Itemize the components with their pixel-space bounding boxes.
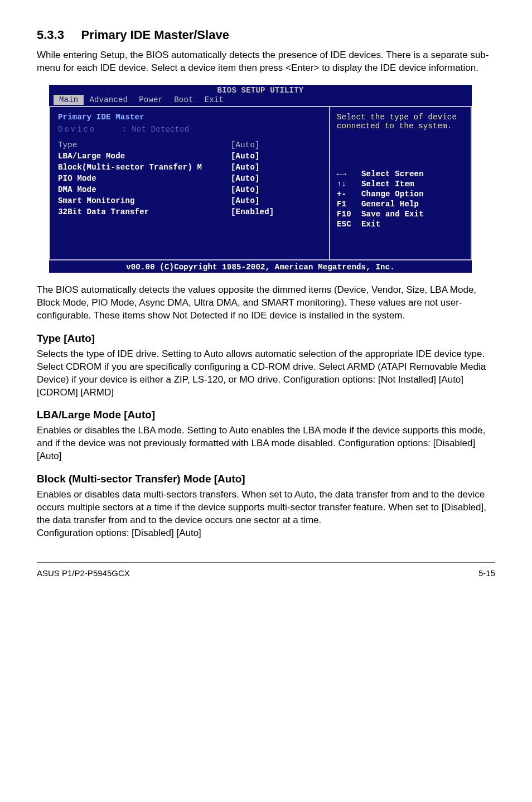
- subhead-block: Block (Multi-sector Transfer) Mode [Auto…: [37, 473, 495, 485]
- bios-screenshot: BIOS SETUP UTILITY Main Advanced Power B…: [49, 85, 472, 273]
- section-heading: 5.3.3 Primary IDE Master/Slave: [37, 28, 495, 42]
- device-line: Device : Not Detected: [58, 125, 321, 134]
- footer-right: 5-15: [478, 568, 495, 578]
- device-value: : Not Detected: [122, 125, 189, 134]
- intro-paragraph: While entering Setup, the BIOS automatic…: [37, 49, 495, 75]
- hint-text: Select Screen: [361, 170, 424, 178]
- row-value: [Auto]: [231, 141, 260, 149]
- body-block: Enables or disables data multi-sectors t…: [37, 489, 495, 540]
- bios-tabs: Main Advanced Power Boot Exit: [49, 95, 472, 106]
- hint-key: ↑↓: [337, 180, 361, 189]
- device-label: Device: [58, 125, 122, 134]
- row-smart[interactable]: Smart Monitoring [Auto]: [58, 196, 321, 205]
- hint-text: Select Item: [361, 180, 414, 189]
- row-block[interactable]: Block(Multi-sector Transfer) M [Auto]: [58, 163, 321, 172]
- row-key: 32Bit Data Transfer: [58, 207, 231, 216]
- row-key: Block(Multi-sector Transfer) M: [58, 163, 231, 172]
- tab-boot[interactable]: Boot: [168, 95, 199, 105]
- section-title: Primary IDE Master/Slave: [81, 28, 229, 42]
- body-type: Selects the type of IDE drive. Setting t…: [37, 348, 495, 399]
- row-32bit[interactable]: 32Bit Data Transfer [Enabled]: [58, 207, 321, 216]
- row-key: LBA/Large Mode: [58, 152, 231, 161]
- bios-panel-heading: Primary IDE Master: [58, 113, 321, 122]
- tab-advanced[interactable]: Advanced: [84, 95, 133, 105]
- bios-copyright: v00.00 (C)Copyright 1985-2002, American …: [49, 260, 472, 273]
- row-dma[interactable]: DMA Mode [Auto]: [58, 185, 321, 194]
- help-text: Select the type of device connected to t…: [337, 113, 464, 131]
- hint-key: F1: [337, 200, 361, 209]
- row-key: PIO Mode: [58, 174, 231, 183]
- tab-power[interactable]: Power: [133, 95, 168, 105]
- row-value: [Auto]: [231, 196, 260, 205]
- bios-left-panel: Primary IDE Master Device : Not Detected…: [50, 107, 330, 259]
- hint-key: +-: [337, 190, 361, 199]
- bios-title: BIOS SETUP UTILITY: [49, 85, 472, 95]
- row-type[interactable]: Type [Auto]: [58, 141, 321, 149]
- row-value: [Auto]: [231, 163, 260, 172]
- row-lba[interactable]: LBA/Large Mode [Auto]: [58, 152, 321, 161]
- hint-text: Exit: [361, 220, 380, 229]
- after-bios-paragraph: The BIOS automatically detects the value…: [37, 284, 495, 322]
- tab-exit[interactable]: Exit: [199, 95, 229, 105]
- row-key: DMA Mode: [58, 185, 231, 194]
- row-value: [Auto]: [231, 185, 260, 194]
- body-lba: Enables or disables the LBA mode. Settin…: [37, 424, 495, 463]
- subhead-lba: LBA/Large Mode [Auto]: [37, 409, 495, 421]
- row-key: Type: [58, 141, 231, 149]
- section-number: 5.3.3: [37, 28, 64, 42]
- row-key: Smart Monitoring: [58, 196, 231, 205]
- hint-key: F10: [337, 210, 361, 219]
- key-hints: ←→Select Screen ↑↓Select Item +-Change O…: [337, 170, 464, 229]
- hint-key: ESC: [337, 220, 361, 229]
- tab-main[interactable]: Main: [54, 95, 84, 105]
- row-value: [Auto]: [231, 152, 260, 161]
- subhead-type: Type [Auto]: [37, 332, 495, 345]
- row-pio[interactable]: PIO Mode [Auto]: [58, 174, 321, 183]
- footer-left: ASUS P1/P2-P5945GCX: [37, 568, 130, 578]
- row-value: [Auto]: [231, 174, 260, 183]
- row-value: [Enabled]: [231, 207, 274, 216]
- bios-rows: Type [Auto] LBA/Large Mode [Auto] Block(…: [58, 141, 321, 216]
- hint-key: ←→: [337, 170, 361, 178]
- hint-text: General Help: [361, 200, 419, 209]
- hint-text: Save and Exit: [361, 210, 424, 219]
- hint-text: Change Option: [361, 190, 424, 199]
- page-footer: ASUS P1/P2-P5945GCX 5-15: [37, 562, 495, 578]
- bios-right-panel: Select the type of device connected to t…: [330, 107, 471, 259]
